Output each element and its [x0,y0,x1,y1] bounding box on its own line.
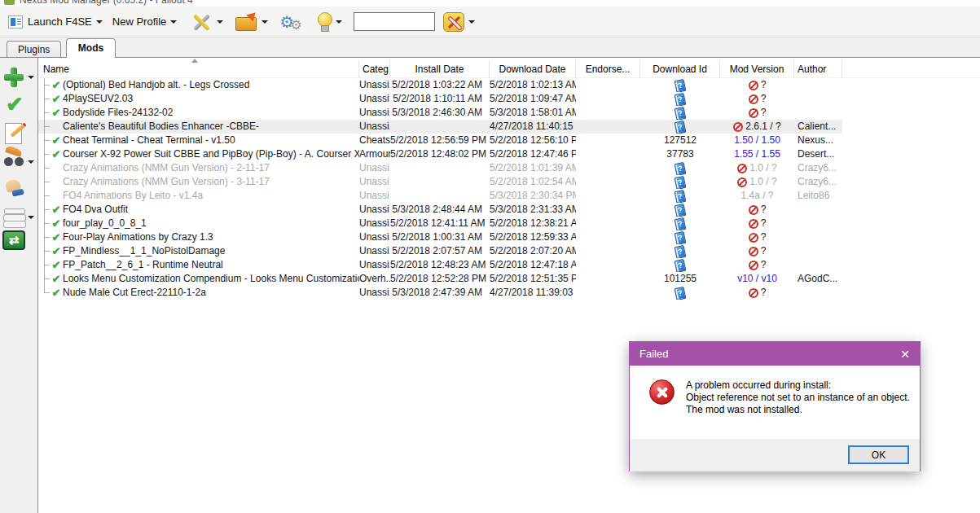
launch-dropdown-arrow[interactable] [96,20,103,24]
mod-name: FO4 Animations By Leito - v1.4a [63,189,203,203]
mod-category: Unassi... [359,175,390,189]
tips-dropdown-arrow[interactable] [336,20,342,24]
table-row[interactable]: ✔FP_Patch__2_6_1 - Runtime NeutralUnassi… [38,258,842,272]
no-entry-icon [749,219,758,229]
column-header[interactable]: Mod Version [720,60,794,78]
download-date: 5/2/2018 1:09:47 AM [490,92,576,106]
table-row[interactable]: ✔(Optional) Bed Handjob alt. - Legs Cros… [38,78,842,92]
installed-check-icon: ✔ [50,204,63,216]
table-row[interactable]: ✔4PlaySEUV2.03Unassi...5/2/2018 1:10:11 … [38,92,842,106]
install-date: 5/2/2018 12:56:59 PM [390,134,490,147]
endorsement-status [576,175,640,189]
new-profile-label: New Profile [112,15,166,28]
new-profile-dropdown-arrow[interactable] [170,20,177,24]
mod-version: 1.50 / 1.50 [720,134,794,147]
add-mod-dropdown-arrow[interactable] [28,76,34,79]
download-id: ? [640,92,720,106]
mod-category: Unassi... [359,92,390,106]
mod-category: Unassi... [359,189,390,203]
add-mod-icon[interactable] [2,66,27,90]
table-row[interactable]: ✔Bodyslide Files-24132-02Unassi...5/3/20… [38,106,842,120]
launch-f4se-button[interactable]: Launch F4SE [8,15,92,28]
sort-ascending-icon[interactable] [191,59,198,63]
mod-author: Leito86 [794,189,842,203]
endorsement-status [576,78,640,92]
table-row[interactable]: ✔Courser X-92 Power Suit CBBE and PipBoy… [38,147,842,161]
table-row[interactable]: ✔Cheat Terminal - Cheat Terminal - v1.50… [38,134,842,147]
table-row[interactable]: Crazy Animations (NMM Gun Version) - 2-1… [38,161,842,175]
column-header[interactable]: Author [794,60,842,78]
download-id: ? [640,120,720,134]
mod-author: Crazy6... [794,161,842,175]
download-id: ? [640,189,720,203]
categories-list-icon[interactable] [2,206,27,230]
download-date: 5/2/2018 1:02:54 AM [490,175,576,189]
tools-dropdown-arrow[interactable] [217,20,223,24]
table-row[interactable]: FO4 Animations By Leito - v1.4aUnassi...… [38,189,842,203]
column-header[interactable]: Install Date [390,60,490,78]
version-text: ? [761,244,767,258]
column-header[interactable]: Name [38,60,359,78]
column-header[interactable]: Download Id [640,60,720,78]
mod-category: Cheats... [359,134,390,147]
table-row[interactable]: ✔FO4 Dva OutfitUnassi...5/3/2018 2:48:44… [38,203,842,217]
open-folder-export-icon[interactable] [235,12,257,32]
endorsement-status [576,106,640,120]
version-text: ? [761,203,767,217]
download-date: 4/27/2018 11:39:03 ... [490,286,576,300]
new-profile-button[interactable]: New Profile [112,15,166,28]
version-text[interactable]: 1.50 / 1.50 [734,134,780,147]
tab-plugins[interactable]: Plugins [7,41,61,58]
column-header[interactable]: Endorse... [576,60,640,78]
close-icon[interactable]: ✕ [894,348,910,361]
endorsement-status [576,244,640,258]
check-updates-dropdown-arrow[interactable] [28,160,34,164]
activate-mod-icon[interactable]: ✔ [2,92,27,116]
download-date: 5/2/2018 12:38:21 AM [490,217,576,230]
tools-icon[interactable] [190,11,213,33]
table-row[interactable]: Crazy Animations (NMM Gun Version) - 3-1… [38,175,842,189]
dialog-message-line: A problem occurred during install: [686,379,910,392]
installed-check-icon: ✔ [50,79,63,91]
endorsement-status [576,189,640,203]
install-date: 5/3/2018 2:46:30 AM [390,106,490,120]
column-header[interactable]: Categ... [359,60,390,78]
fix-tools-icon[interactable] [443,12,464,32]
download-date: 5/2/2018 1:01:39 AM [490,161,576,175]
table-row[interactable]: ✔Four-Play Animations by Crazy 1.3Unassi… [38,230,842,244]
version-text[interactable]: 1.55 / 1.55 [734,147,780,161]
endorse-mod-icon[interactable] [2,177,27,201]
mod-category: Unassi... [359,106,390,120]
mod-author: Desert... [794,147,842,161]
settings-gears-icon[interactable]: ⚙ ⚙ [279,11,304,33]
table-row[interactable]: ✔Looks Menu Customization Compendium - L… [38,272,842,286]
categories-dropdown-arrow[interactable] [28,216,34,219]
export-switch-icon[interactable]: ⇄ [2,230,25,250]
table-row[interactable]: ✔Nude Male Cut Erect-22110-1-2aUnassi...… [38,286,842,300]
install-date [390,189,490,203]
mod-author: Nexus... [794,134,842,147]
table-row[interactable]: Caliente's Beautiful Bodies Enhancer -CB… [38,120,842,134]
no-entry-icon [749,108,758,118]
fix-dropdown-arrow[interactable] [468,20,475,24]
dialog-titlebar[interactable]: Failed ✕ [630,342,920,366]
endorsement-status [576,147,640,161]
mod-category: Unassi... [359,203,390,217]
table-row[interactable]: ✔FP_Mindless__1_1_NoPistolDamageUnassi..… [38,244,842,258]
version-text[interactable]: v10 / v10 [737,272,777,286]
tree-branch [44,223,50,224]
edit-mod-icon[interactable] [2,121,27,146]
column-header[interactable]: Download Date [490,60,576,78]
search-input[interactable] [354,12,435,31]
mod-version: v10 / v10 [720,272,794,286]
ok-button[interactable]: OK [848,445,909,464]
install-date: 5/2/2018 2:07:57 AM [390,244,490,258]
error-icon [649,379,675,405]
mod-author [794,92,842,106]
tips-bulb-icon[interactable] [317,11,332,33]
folder-dropdown-arrow[interactable] [261,20,268,24]
download-id: ? [640,161,720,175]
tab-mods[interactable]: Mods [66,38,116,58]
table-row[interactable]: ✔four_play_0_0_8_1Unassi...5/2/2018 12:4… [38,217,842,230]
check-updates-icon[interactable] [2,147,27,172]
